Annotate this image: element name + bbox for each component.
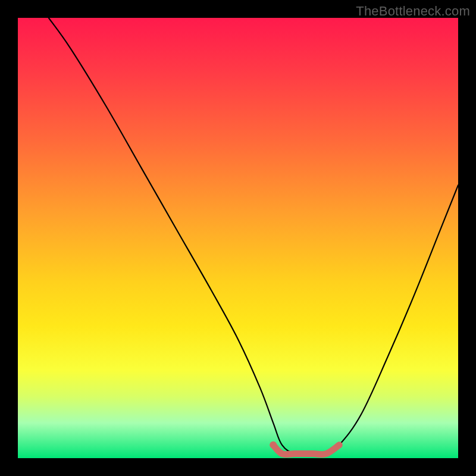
plot-area xyxy=(18,18,458,458)
watermark-text: TheBottleneck.com xyxy=(356,4,470,19)
optimal-start-dot xyxy=(270,441,277,449)
chart-svg xyxy=(18,18,458,458)
bottleneck-curve xyxy=(49,18,458,455)
chart-frame: TheBottleneck.com xyxy=(0,0,476,476)
